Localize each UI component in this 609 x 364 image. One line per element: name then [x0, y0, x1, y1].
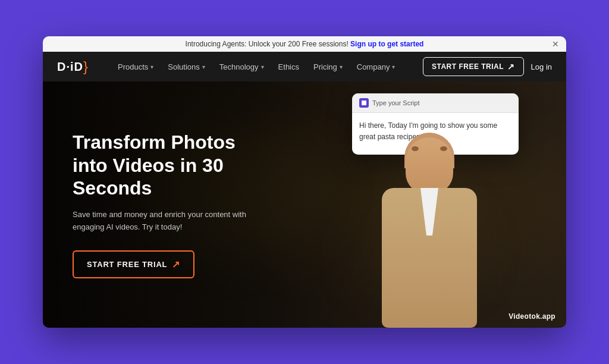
demo-card-header: Type your Script [352, 93, 519, 113]
nav-links: Products ▾ Solutions ▾ Technology ▾ Ethi… [112, 59, 423, 75]
person-collar [415, 188, 444, 236]
hero-trial-label: START FREE TRIAL [87, 260, 167, 269]
watermark: Videotok.app [508, 312, 555, 321]
ai-person-figure [352, 125, 507, 328]
nav-item-solutions[interactable]: Solutions ▾ [162, 59, 211, 75]
person-body [382, 188, 477, 328]
nav-item-ethics[interactable]: Ethics [272, 59, 305, 75]
close-announcement-button[interactable]: ✕ [552, 39, 559, 49]
chevron-down-icon: ▾ [150, 64, 153, 70]
person-silhouette [364, 137, 495, 328]
nav-item-technology[interactable]: Technology ▾ [214, 59, 270, 75]
nav-actions: START FREE TRIAL ↗ Log in [423, 57, 552, 76]
chevron-down-icon: ▾ [340, 64, 343, 70]
hero-title: Transform Photos into Videos in 30 Secon… [73, 131, 275, 199]
announcement-cta[interactable]: Sign up to get started [350, 40, 423, 48]
logo[interactable]: D·iD} [57, 58, 88, 75]
announcement-text: Introducing Agents: Unlock your 200 Free… [186, 40, 349, 48]
hero-text-block: Transform Photos into Videos in 30 Secon… [73, 131, 275, 278]
nav-label-products: Products [118, 62, 148, 71]
person-head [406, 137, 453, 194]
logo-text: D·iD [57, 60, 83, 74]
hero-trial-button[interactable]: START FREE TRIAL ↗ [73, 250, 194, 278]
nav-item-products[interactable]: Products ▾ [112, 59, 159, 75]
nav-label-company: Company [357, 62, 390, 71]
nav-label-ethics: Ethics [278, 62, 299, 71]
chevron-down-icon: ▾ [202, 64, 205, 70]
nav-trial-button[interactable]: START FREE TRIAL ↗ [423, 57, 524, 76]
nav-trial-label: START FREE TRIAL [432, 62, 504, 71]
hero-subtitle: Save time and money and enrich your cont… [73, 209, 275, 234]
demo-icon [359, 98, 369, 108]
nav-label-solutions: Solutions [168, 62, 199, 71]
nav-item-company[interactable]: Company ▾ [351, 59, 401, 75]
logo-brace: } [83, 58, 88, 75]
chevron-down-icon: ▾ [392, 64, 395, 70]
chevron-down-icon: ▾ [261, 64, 264, 70]
nav-label-technology: Technology [219, 62, 259, 71]
login-button[interactable]: Log in [531, 62, 552, 71]
arrow-icon: ↗ [507, 62, 515, 71]
hero-section: Transform Photos into Videos in 30 Secon… [43, 81, 566, 328]
demo-icon-inner [362, 101, 366, 105]
announcement-bar: Introducing Agents: Unlock your 200 Free… [43, 36, 566, 52]
navbar: D·iD} Products ▾ Solutions ▾ Technology … [43, 52, 566, 81]
demo-card-title: Type your Script [372, 99, 419, 106]
arrow-icon: ↗ [172, 259, 180, 270]
nav-item-pricing[interactable]: Pricing ▾ [307, 59, 349, 75]
nav-label-pricing: Pricing [313, 62, 337, 71]
